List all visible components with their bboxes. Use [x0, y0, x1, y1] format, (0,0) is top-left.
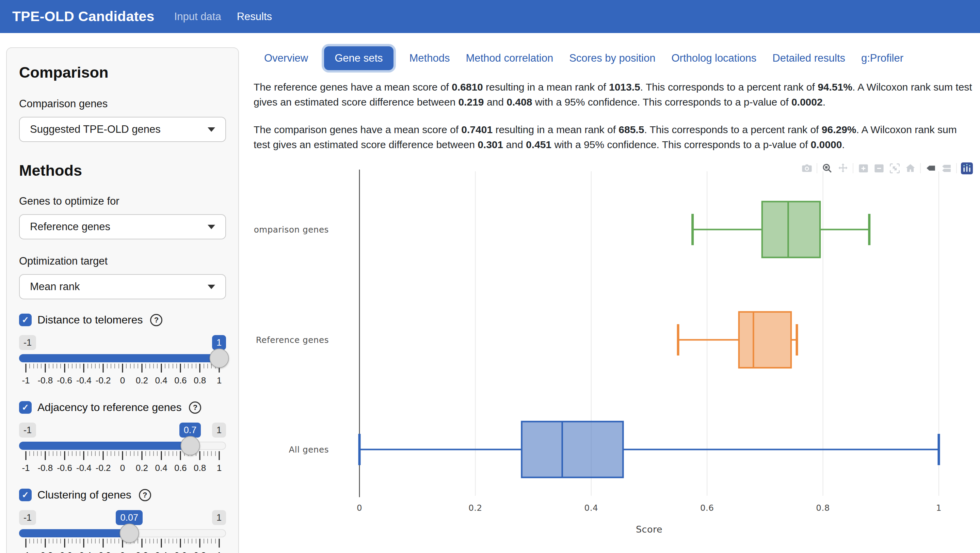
modebar-separator: [853, 163, 853, 173]
tab-ortholog-locations[interactable]: Ortholog locations: [671, 52, 756, 64]
adjacency-to-reference-genes-row: ✓Adjacency to reference genes?: [19, 401, 226, 414]
tick-major: [83, 364, 84, 373]
tick-minor: [173, 364, 173, 368]
autoscale-icon[interactable]: [887, 161, 902, 176]
tick-major: [64, 539, 65, 548]
adjacency-to-reference-genes-help-icon[interactable]: ?: [189, 402, 201, 414]
pan-icon[interactable]: [835, 161, 851, 176]
tick-minor: [169, 364, 169, 368]
tick-minor: [33, 364, 34, 368]
plotly-logo-icon[interactable]: [959, 161, 975, 176]
tab-overview[interactable]: Overview: [264, 52, 308, 64]
distance-to-telomeres-badges: -111: [19, 335, 226, 354]
tab-method-correlation[interactable]: Method correlation: [466, 52, 553, 64]
tick-minor: [33, 451, 34, 456]
camera-icon[interactable]: [799, 161, 815, 176]
tick-major: [199, 451, 200, 460]
clustering-of-genes-track[interactable]: [19, 529, 226, 537]
chevron-down-icon: [208, 225, 215, 229]
distance-to-telomeres-fill: [19, 354, 219, 362]
tick-minor: [165, 539, 165, 543]
hover-compare-icon[interactable]: [939, 161, 954, 176]
tick-minor: [53, 364, 53, 368]
tick-label: 1: [217, 463, 221, 473]
tick-minor: [68, 451, 69, 456]
tick-minor: [107, 539, 108, 543]
tick-minor: [126, 451, 127, 456]
adjacency-to-reference-genes-checkbox[interactable]: ✓: [19, 401, 32, 414]
tick-major: [25, 364, 27, 373]
tick-label: 1: [217, 550, 221, 553]
tab-methods[interactable]: Methods: [409, 52, 450, 64]
gene-sets-boxplot: Comparison genesReference genesAll genes…: [254, 156, 980, 553]
x-tick-label: 0.6: [700, 503, 714, 513]
clustering-of-genes-slider[interactable]: -110.07-1-0.8-0.6-0.4-0.200.20.40.60.81: [19, 510, 226, 553]
plot-modebar: [799, 161, 975, 176]
adjacency-to-reference-genes-handle[interactable]: [180, 436, 200, 456]
adjacency-to-reference-genes-slider[interactable]: -110.7-1-0.8-0.6-0.4-0.200.20.40.60.81: [19, 422, 226, 474]
clustering-of-genes-row: ✓Clustering of genes?: [19, 489, 226, 501]
nav-item-input-data[interactable]: Input data: [174, 11, 221, 23]
distance-to-telomeres-slider[interactable]: -111-1-0.8-0.6-0.4-0.200.20.40.60.81: [19, 335, 226, 387]
zoom-out-icon[interactable]: [871, 161, 887, 176]
tick-minor: [134, 451, 134, 456]
tick-minor: [211, 451, 212, 456]
optimization-target-select[interactable]: Mean rank: [19, 274, 226, 299]
clustering-of-genes-checkbox[interactable]: ✓: [19, 489, 32, 501]
zoom-in-icon[interactable]: [856, 161, 871, 176]
tick-minor: [176, 364, 177, 368]
tick-minor: [95, 364, 95, 368]
clustering-of-genes-help-icon[interactable]: ?: [139, 489, 151, 501]
hover-closest-icon[interactable]: [923, 161, 939, 176]
tick-minor: [204, 364, 204, 368]
box-reference-genes[interactable]: [678, 312, 797, 368]
reset-axes-icon[interactable]: [902, 161, 918, 176]
tick-minor: [91, 451, 92, 456]
tick-major: [64, 364, 65, 373]
adjacency-to-reference-genes-min-badge: -1: [19, 422, 36, 438]
tick-major: [103, 539, 104, 548]
tick-minor: [111, 364, 111, 368]
genes-to-optimize-select[interactable]: Reference genes: [19, 214, 226, 239]
distance-to-telomeres-handle[interactable]: [210, 349, 229, 368]
clustering-of-genes-handle[interactable]: [119, 524, 139, 543]
tick-major: [45, 364, 46, 373]
nav-item-results[interactable]: Results: [237, 11, 272, 23]
adjacency-to-reference-genes-max-badge: 1: [212, 422, 226, 438]
tick-label: 0: [120, 375, 125, 386]
adjacency-to-reference-genes-track[interactable]: [19, 441, 226, 450]
tick-major: [25, 451, 27, 460]
tab-g-profiler[interactable]: g:Profiler: [861, 52, 904, 64]
distance-to-telomeres-checkbox[interactable]: ✓: [19, 314, 32, 326]
tick-minor: [29, 451, 30, 456]
tick-minor: [76, 451, 76, 456]
tick-minor: [184, 539, 185, 543]
zoom-icon[interactable]: [819, 161, 835, 176]
tab-detailed-results[interactable]: Detailed results: [772, 52, 845, 64]
box-comparison-genes[interactable]: [693, 202, 869, 257]
distance-to-telomeres-track[interactable]: [19, 354, 226, 362]
tick-minor: [111, 451, 111, 456]
tick-major: [141, 364, 142, 373]
distance-to-telomeres-label: Distance to telomeres: [37, 314, 143, 326]
tick-label: 0.2: [136, 375, 148, 386]
tick-minor: [60, 539, 61, 543]
tab-scores-by-position[interactable]: Scores by position: [569, 52, 655, 64]
comparison-genes-select[interactable]: Suggested TPE-OLD genes: [19, 117, 226, 142]
tick-minor: [57, 451, 57, 456]
distance-to-telomeres-help-icon[interactable]: ?: [150, 314, 162, 326]
iqr-box: [739, 312, 791, 368]
x-tick-label: 0: [357, 503, 362, 513]
tick-label: -1: [22, 375, 30, 386]
tick-minor: [130, 364, 131, 368]
category-label-all-genes: All genes: [289, 445, 329, 454]
tick-major: [25, 539, 27, 548]
box-all-genes[interactable]: [360, 422, 939, 477]
tick-label: -0.4: [76, 550, 92, 553]
tick-label: 0: [120, 550, 125, 553]
tick-label: 0.2: [136, 463, 148, 473]
tab-gene-sets[interactable]: Gene sets: [324, 46, 393, 70]
boxplot-svg[interactable]: Comparison genesReference genesAll genes…: [254, 156, 980, 553]
comparison-genes-summary: The comparison genes have a mean score o…: [254, 122, 976, 152]
tick-label: 0.8: [194, 550, 206, 553]
